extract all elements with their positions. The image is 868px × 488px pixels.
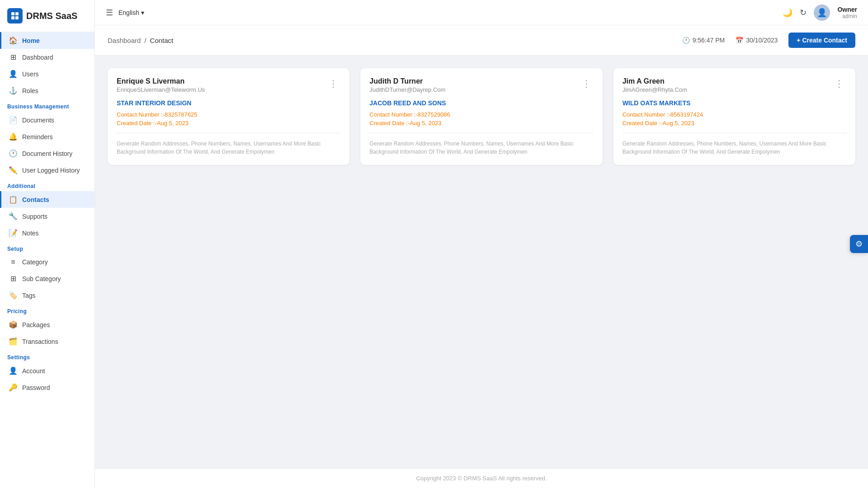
calendar-icon: 📅 xyxy=(736,37,743,44)
time-value: 9:56:47 PM xyxy=(693,37,725,44)
sidebar-item-users[interactable]: 👤 Users xyxy=(0,66,94,82)
sidebar-item-transactions[interactable]: 🗂️ Transactions xyxy=(0,333,94,350)
sidebar-item-account[interactable]: 👤 Account xyxy=(0,362,94,379)
sidebar-item-reminders[interactable]: 🔔 Reminders xyxy=(0,128,94,145)
svg-rect-2 xyxy=(11,16,14,19)
topbar-left: ☰ English ▾ xyxy=(106,8,775,18)
card-menu-icon-2[interactable]: ⋮ xyxy=(579,77,594,90)
topbar: ☰ English ▾ 🌙 ↻ 👤 Owner admin xyxy=(95,0,868,25)
settings-gear-icon: ⚙ xyxy=(855,239,863,249)
svg-rect-3 xyxy=(15,16,19,19)
breadcrumb-current: Contact xyxy=(150,37,174,44)
card-divider-2 xyxy=(369,133,593,133)
sidebar: DRMS SaaS 🏠 Home ⊞ Dashboard 👤 Users ⚓ R… xyxy=(0,0,95,488)
card-desc-1: Generate Random Addresses, Phone Numbers… xyxy=(117,140,340,156)
sidebar-item-packages[interactable]: 📦 Packages xyxy=(0,316,94,333)
page-header: Dashboard / Contact 🕐 9:56:47 PM 📅 30/10… xyxy=(95,25,868,56)
pricing-section: Pricing xyxy=(0,304,94,316)
reminders-icon: 🔔 xyxy=(9,132,18,141)
cards-grid: Enrique S Liverman EnriqueSLiverman@Tele… xyxy=(108,68,855,165)
card-created-date-2: Created Date :-Aug 5, 2023 xyxy=(369,120,593,127)
packages-label: Packages xyxy=(22,321,50,328)
sidebar-item-document-history[interactable]: 🕐 Document History xyxy=(0,145,94,162)
refresh-icon[interactable]: ↻ xyxy=(800,8,807,18)
setup-section: Setup xyxy=(0,241,94,254)
card-contact-number-1: Contact Number :-8325787625 xyxy=(117,111,340,118)
business-management-section: Business Management xyxy=(0,99,94,112)
breadcrumb-separator: / xyxy=(144,37,146,44)
menu-toggle-icon[interactable]: ☰ xyxy=(106,8,113,18)
svg-rect-1 xyxy=(15,12,19,15)
breadcrumb-parent[interactable]: Dashboard xyxy=(108,37,141,44)
chevron-down-icon: ▾ xyxy=(141,9,144,16)
breadcrumb: Dashboard / Contact xyxy=(108,37,173,44)
sidebar-item-tags[interactable]: 🏷️ Tags xyxy=(0,287,94,304)
sidebar-item-home[interactable]: 🏠 Home xyxy=(0,32,94,49)
sidebar-item-roles[interactable]: ⚓ Roles xyxy=(0,82,94,99)
card-menu-icon-3[interactable]: ⋮ xyxy=(832,77,846,90)
fab-settings-button[interactable]: ⚙ xyxy=(850,235,868,253)
roles-icon: ⚓ xyxy=(9,86,18,95)
user-role: admin xyxy=(837,13,857,19)
tags-icon: 🏷️ xyxy=(9,291,18,300)
sidebar-item-password[interactable]: 🔑 Password xyxy=(0,379,94,396)
app-name: DRMS SaaS xyxy=(26,11,77,21)
cards-area: Enrique S Liverman EnriqueSLiverman@Tele… xyxy=(95,56,868,468)
app-logo: DRMS SaaS xyxy=(0,0,94,32)
dark-mode-icon[interactable]: 🌙 xyxy=(783,8,793,18)
notes-icon: 📝 xyxy=(9,229,18,237)
card-company-3[interactable]: WILD OATS MARKETS xyxy=(623,99,846,107)
password-label: Password xyxy=(22,384,50,391)
contacts-icon: 📋 xyxy=(9,195,18,204)
create-contact-button[interactable]: + Create Contact xyxy=(788,33,855,48)
language-label: English xyxy=(118,9,139,16)
users-icon: 👤 xyxy=(9,70,18,78)
supports-icon: 🔧 xyxy=(9,212,18,221)
card-desc-3: Generate Random Addresses, Phone Numbers… xyxy=(623,140,846,156)
card-menu-icon-1[interactable]: ⋮ xyxy=(326,77,340,90)
user-logged-history-label: User Logged History xyxy=(22,167,80,174)
card-name-1: Enrique S Liverman xyxy=(117,77,205,85)
password-icon: 🔑 xyxy=(9,383,18,392)
document-history-icon: 🕐 xyxy=(9,149,18,158)
sidebar-item-user-logged-history[interactable]: ✏️ User Logged History xyxy=(0,162,94,178)
card-email-1: EnriqueSLiverman@Teleworm.Us xyxy=(117,86,205,93)
card-desc-2: Generate Random Addresses, Phone Numbers… xyxy=(369,140,593,156)
sidebar-item-contacts[interactable]: 📋 Contacts xyxy=(0,191,94,208)
card-email-3: JimAGreen@Rhyta.Com xyxy=(623,86,687,93)
sidebar-item-documents[interactable]: 📄 Documents xyxy=(0,112,94,128)
contact-card-1: Enrique S Liverman EnriqueSLiverman@Tele… xyxy=(108,68,349,165)
transactions-label: Transactions xyxy=(22,338,58,345)
sidebar-item-supports[interactable]: 🔧 Supports xyxy=(0,208,94,225)
supports-label: Supports xyxy=(22,213,47,220)
sub-category-icon: ⊞ xyxy=(9,274,18,283)
card-company-1[interactable]: STAR INTERIOR DESIGN xyxy=(117,99,340,107)
dashboard-label: Dashboard xyxy=(22,54,53,61)
card-header-2: Judith D Turner JudithDTurner@Dayrep.Com… xyxy=(369,77,593,93)
dashboard-icon: ⊞ xyxy=(9,53,18,61)
language-selector[interactable]: English ▾ xyxy=(118,9,144,16)
users-label: Users xyxy=(22,70,39,78)
card-email-2: JudithDTurner@Dayrep.Com xyxy=(369,86,445,93)
page-header-right: 🕐 9:56:47 PM 📅 30/10/2023 + Create Conta… xyxy=(682,33,855,48)
documents-label: Documents xyxy=(22,117,54,124)
sidebar-item-notes[interactable]: 📝 Notes xyxy=(0,225,94,241)
roles-label: Roles xyxy=(22,87,38,94)
sidebar-item-dashboard[interactable]: ⊞ Dashboard xyxy=(0,49,94,66)
card-divider-3 xyxy=(623,133,846,133)
card-company-2[interactable]: JACOB REED AND SONS xyxy=(369,99,593,107)
sidebar-item-sub-category[interactable]: ⊞ Sub Category xyxy=(0,270,94,287)
settings-section: Settings xyxy=(0,350,94,362)
contact-card-2: Judith D Turner JudithDTurner@Dayrep.Com… xyxy=(360,68,602,165)
date-value: 30/10/2023 xyxy=(746,37,778,44)
svg-rect-0 xyxy=(11,12,14,15)
additional-section: Additional xyxy=(0,178,94,191)
user-name: Owner xyxy=(837,6,857,13)
category-icon: ≡ xyxy=(9,258,18,266)
sidebar-item-category[interactable]: ≡ Category xyxy=(0,254,94,270)
reminders-label: Reminders xyxy=(22,133,53,141)
topbar-right: 🌙 ↻ 👤 Owner admin xyxy=(783,5,857,21)
card-created-date-1: Created Date :-Aug 5, 2023 xyxy=(117,120,340,127)
home-label: Home xyxy=(22,37,40,44)
transactions-icon: 🗂️ xyxy=(9,337,18,346)
